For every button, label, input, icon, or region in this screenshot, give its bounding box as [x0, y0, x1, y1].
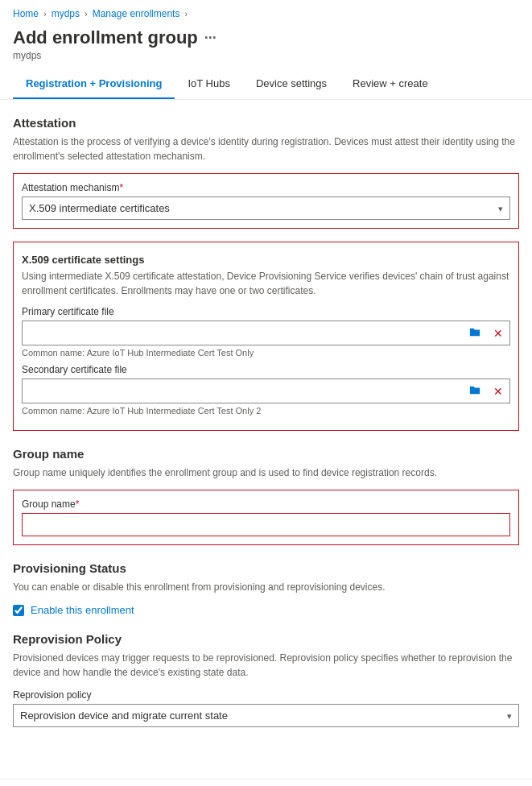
secondary-cert-common-name: Common name: Azure IoT Hub Intermediate … [22, 406, 510, 416]
attestation-title: Attestation [13, 116, 519, 130]
tab-registration[interactable]: Registration + Provisioning [13, 69, 175, 99]
secondary-cert-input-row: azure-iot-test-only-2.intermediate.cert.… [22, 379, 510, 403]
main-content: Attestation Attestation is the process o… [0, 100, 532, 759]
group-name-box: Group name* mydevicegroup2 [13, 490, 519, 545]
secondary-cert-folder-icon[interactable] [463, 379, 487, 403]
reprovision-policy-select[interactable]: Reprovision device and migrate current s… [14, 705, 518, 726]
attestation-section: Attestation Attestation is the process o… [13, 116, 519, 431]
attestation-desc: Attestation is the process of verifying … [13, 134, 519, 163]
reprovision-policy-label: Reprovision policy [13, 689, 519, 701]
secondary-cert-input[interactable]: azure-iot-test-only-2.intermediate.cert.… [23, 381, 463, 402]
attestation-mechanism-select[interactable]: X.509 intermediate certificates X.509 CA… [23, 197, 509, 219]
page-header: Add enrollment group ··· mydps [0, 24, 532, 69]
group-name-input[interactable]: mydevicegroup2 [22, 513, 510, 536]
group-name-label: Group name* [22, 498, 510, 510]
breadcrumb-home[interactable]: Home [13, 8, 39, 19]
reprovision-policy-section: Reprovision Policy Provisioned devices m… [13, 632, 519, 727]
reprovision-policy-desc: Provisioned devices may trigger requests… [13, 651, 519, 680]
secondary-cert-close-icon[interactable]: ✕ [487, 380, 509, 403]
cert-settings-box: X.509 certificate settings Using interme… [13, 242, 519, 431]
secondary-cert-row: Secondary certificate file azure-iot-tes… [22, 364, 510, 416]
primary-cert-input[interactable]: azure-iot-test-only.intermediate.cert.pe… [23, 323, 463, 344]
breadcrumb-sep-2: › [85, 9, 88, 19]
tab-iothubs[interactable]: IoT Hubs [175, 69, 243, 99]
enable-enrollment-checkbox[interactable] [13, 605, 24, 616]
provisioning-status-section: Provisioning Status You can enable or di… [13, 561, 519, 616]
breadcrumb: Home › mydps › Manage enrollments › [0, 0, 532, 24]
primary-cert-row: Primary certificate file azure-iot-test-… [22, 306, 510, 358]
provisioning-status-title: Provisioning Status [13, 561, 519, 575]
group-name-section: Group name Group name uniquely identifie… [13, 447, 519, 545]
tab-reviewcreate[interactable]: Review + create [340, 69, 441, 99]
provisioning-status-desc: You can enable or disable this enrollmen… [13, 580, 519, 594]
cert-settings-desc: Using intermediate X.509 certificate att… [22, 269, 510, 298]
cert-settings-title: X.509 certificate settings [22, 254, 510, 266]
tab-bar: Registration + Provisioning IoT Hubs Dev… [0, 69, 532, 100]
primary-cert-input-row: azure-iot-test-only.intermediate.cert.pe… [22, 321, 510, 345]
page-subtitle: mydps [13, 50, 519, 61]
reprovision-policy-select-wrapper[interactable]: Reprovision device and migrate current s… [13, 704, 519, 727]
page-title-row: Add enrollment group ··· [13, 27, 519, 48]
footer-divider [0, 779, 532, 780]
group-name-desc: Group name uniquely identifies the enrol… [13, 465, 519, 480]
page-title-text: Add enrollment group [13, 27, 198, 48]
attestation-mechanism-box: Attestation mechanism* X.509 intermediat… [13, 173, 519, 229]
enable-enrollment-row: Enable this enrollment [13, 604, 519, 616]
group-name-title: Group name [13, 447, 519, 461]
primary-cert-common-name: Common name: Azure IoT Hub Intermediate … [22, 348, 510, 358]
primary-cert-folder-icon[interactable] [463, 321, 487, 345]
enable-enrollment-label[interactable]: Enable this enrollment [31, 604, 134, 616]
attestation-mechanism-select-wrapper[interactable]: X.509 intermediate certificates X.509 CA… [22, 196, 510, 220]
primary-cert-close-icon[interactable]: ✕ [487, 322, 509, 345]
attestation-mechanism-label: Attestation mechanism* [22, 182, 510, 193]
primary-cert-label: Primary certificate file [22, 306, 510, 317]
page-title-more-icon[interactable]: ··· [204, 30, 217, 47]
breadcrumb-mydps[interactable]: mydps [52, 8, 80, 19]
reprovision-policy-title: Reprovision Policy [13, 632, 519, 646]
breadcrumb-manage-enrollments[interactable]: Manage enrollments [93, 8, 180, 19]
breadcrumb-sep-1: › [43, 9, 47, 19]
secondary-cert-label: Secondary certificate file [22, 364, 510, 375]
breadcrumb-sep-3: › [184, 9, 188, 19]
tab-devicesettings[interactable]: Device settings [243, 69, 340, 99]
